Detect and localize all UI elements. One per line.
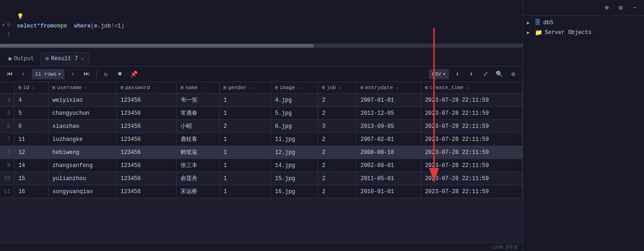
cell-image: 14.jpg [271, 159, 318, 172]
nav-first-button[interactable]: ⏮ [4, 69, 15, 80]
cell-row-num: 7 [0, 133, 14, 146]
sql-number: 1 [118, 21, 121, 31]
col-label-username: username [57, 85, 82, 91]
expand-button[interactable]: ⤢ [480, 69, 491, 80]
cell-create_time: 2023-07-28 22:11:59 [421, 185, 522, 198]
export-csv-button[interactable]: CSV ▾ [429, 69, 449, 79]
cell-entrydate: 2012-12-05 [357, 107, 421, 120]
col-header-rownum [0, 82, 14, 94]
toolbar-separator1 [96, 70, 97, 78]
refresh-button[interactable]: ↻ [100, 69, 112, 80]
code-scrollbar[interactable] [0, 44, 523, 48]
pin-button[interactable]: 📌 [128, 69, 140, 80]
tab-output-label: Output [14, 56, 34, 62]
cell-job: 2 [318, 172, 357, 185]
col-header-name[interactable]: ⊞ name ⇕ [177, 82, 220, 94]
sort-arrow-entrydate: ⇕ [396, 85, 398, 91]
col-header-password[interactable]: ⊞ password ⇕ [117, 82, 177, 94]
sidebar-gear-button[interactable]: ⚙ [615, 2, 626, 14]
download-button[interactable]: ⬇ [452, 69, 463, 80]
col-header-username[interactable]: ⊞ username ⇕ [49, 82, 117, 94]
cell-gender: 1 [219, 172, 271, 185]
col-header-entrydate[interactable]: ⊞ entrydate ⇕ [357, 82, 421, 94]
table-row: 55changyuchun123456常遇春15.jpg22012-12-052… [0, 107, 523, 120]
cell-gender: 1 [219, 94, 271, 107]
cell-job: 2 [318, 107, 357, 120]
csv-label: CSV [432, 71, 441, 77]
cell-row-num: 4 [0, 94, 14, 107]
table-header-row: ⊞ id ⇕ ⊞ username ⇕ [0, 82, 523, 94]
stop-button[interactable]: ■ [114, 69, 126, 80]
credit-text: CSDN @等更 [492, 244, 518, 251]
cell-create_time: 2023-07-28 22:11:59 [421, 107, 522, 120]
sql-select-keyword: select [17, 21, 37, 31]
check-icon: ✓ [2, 21, 5, 30]
sql-table-name: emp [54, 21, 64, 31]
col-header-gender[interactable]: ⊞ gender ⇕ [219, 82, 271, 94]
cell-row-num: 8 [0, 146, 14, 159]
nav-last-button[interactable]: ⏭ [81, 69, 92, 80]
bulb-icon: 💡 [17, 12, 24, 21]
sidebar-item-server-objects[interactable]: ▶ 📁 Server Objects [523, 28, 644, 38]
tab-result7-label: Result 7 [51, 56, 78, 62]
cell-gender: 2 [219, 120, 271, 133]
code-scrollbar-thumb[interactable] [0, 44, 314, 48]
sort-arrow-create-time: ⇕ [466, 85, 469, 91]
result-table-container[interactable]: ⊞ id ⇕ ⊞ username ⇕ [0, 82, 523, 243]
sidebar-item-label-db5: db5 [543, 20, 553, 26]
sql-open-paren: ( [91, 21, 94, 31]
sidebar-globe-button[interactable]: ⊕ [601, 2, 612, 14]
cell-name: 俞莲舟 [177, 172, 220, 185]
col-header-create-time[interactable]: ⊞ create_time ⇕ [421, 82, 522, 94]
result-toolbar: ⏮ ‹ 11 rows ▾ › ⏭ ↻ ■ 📌 CSV ▾ ⬇ ⬆ ⤢ 🔍 ⚙ [0, 66, 523, 82]
col-icon-name: ⊞ [181, 85, 183, 91]
cell-gender: 1 [219, 159, 271, 172]
result-panel: ▣ Output ⊞ Result 7 ✕ ⏮ ‹ 11 rows ▾ › ⏭ … [0, 51, 523, 251]
cell-entrydate: 2008-08-18 [357, 146, 421, 159]
settings-button[interactable]: ⚙ [508, 69, 519, 80]
cell-id: 15 [14, 172, 49, 185]
tab-output[interactable]: ▣ Output [4, 52, 39, 65]
col-header-image[interactable]: ⊞ image ⇕ [271, 82, 318, 94]
col-label-password: password [125, 85, 150, 91]
sql-from-keyword: from [40, 21, 54, 31]
rows-badge[interactable]: 11 rows ▾ [32, 69, 64, 79]
sql-alias: e [64, 21, 74, 31]
tab-result7[interactable]: ⊞ Result 7 ✕ [41, 52, 89, 65]
code-line-empty1 [17, 3, 519, 12]
tree-arrow-db5: ▶ [527, 20, 532, 26]
col-header-job[interactable]: ⊞ job ⇕ [318, 82, 357, 94]
cell-image: 4.jpg [271, 94, 318, 107]
cell-username: weiyixiao [49, 94, 117, 107]
cell-row-num: 11 [0, 185, 14, 198]
code-content[interactable]: 💡 select * from emp e where ( e.job != 1… [13, 2, 523, 41]
sidebar-item-db5[interactable]: ▶ 🗄 db5 [523, 18, 644, 28]
cell-entrydate: 2007-01-01 [357, 94, 421, 107]
code-line-sql[interactable]: select * from emp e where ( e.job != 1 ) [17, 21, 519, 31]
cell-id: 12 [14, 146, 49, 159]
preview-button[interactable]: 🔍 [494, 69, 505, 80]
cell-image: 12.jpg [271, 146, 318, 159]
cell-job: 2 [318, 133, 357, 146]
tab-close-button[interactable]: ✕ [81, 56, 84, 62]
cell-username: zhangsanfeng [49, 159, 117, 172]
result-tab-icon: ⊞ [46, 56, 49, 62]
cell-create_time: 2023-07-28 22:11:59 [421, 146, 522, 159]
upload-button[interactable]: ⬆ [466, 69, 477, 80]
col-icon-username: ⊞ [52, 85, 55, 91]
table-row: 914zhangsanfeng123456张三丰114.jpg22002-08-… [0, 159, 523, 172]
cell-job: 2 [318, 146, 357, 159]
cell-gender: 1 [219, 146, 271, 159]
cell-name: 宋远桥 [177, 185, 220, 198]
sidebar-minus-button[interactable]: − [629, 2, 640, 14]
nav-next-button[interactable]: › [67, 69, 78, 80]
rows-count-label: 11 rows [35, 71, 56, 77]
cell-entrydate: 2010-01-01 [357, 185, 421, 198]
col-header-id[interactable]: ⊞ id ⇕ [14, 82, 49, 94]
cell-create_time: 2023-07-28 22:11:59 [421, 133, 522, 146]
nav-prev-button[interactable]: ‹ [18, 69, 29, 80]
sql-where-keyword: where [74, 21, 91, 31]
cell-password: 123456 [117, 185, 177, 198]
cell-username: changyuchun [49, 107, 117, 120]
sort-arrow-name: ⇕ [201, 85, 203, 91]
